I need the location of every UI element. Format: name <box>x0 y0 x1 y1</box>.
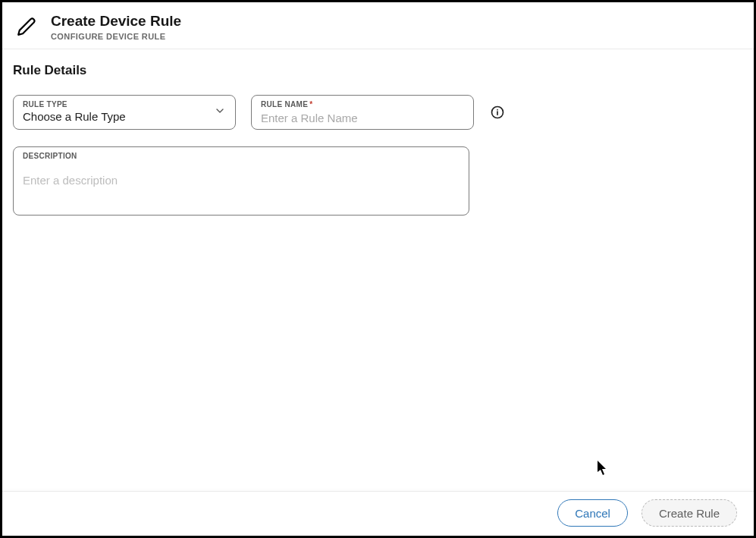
header: Create Device Rule CONFIGURE DEVICE RULE <box>2 2 754 49</box>
chevron-down-icon <box>214 105 226 120</box>
rule-name-label: RULE NAME* <box>261 100 312 109</box>
dialog-frame: Create Device Rule CONFIGURE DEVICE RULE… <box>0 0 756 538</box>
rule-type-label: RULE TYPE <box>23 100 67 109</box>
create-rule-button[interactable]: Create Rule <box>642 499 737 527</box>
required-asterisk: * <box>309 100 312 109</box>
page-subtitle: CONFIGURE DEVICE RULE <box>51 32 181 41</box>
section-title: Rule Details <box>13 63 743 78</box>
description-input[interactable] <box>23 174 460 204</box>
row-1: RULE TYPE Choose a Rule Type RULE NAME* <box>13 95 743 130</box>
rule-type-select[interactable]: RULE TYPE Choose a Rule Type <box>13 95 236 130</box>
pencil-icon <box>16 16 37 37</box>
cancel-button[interactable]: Cancel <box>557 499 628 527</box>
rule-name-field[interactable]: RULE NAME* <box>251 95 474 130</box>
form-body: Rule Details RULE TYPE Choose a Rule Typ… <box>2 49 754 491</box>
svg-point-2 <box>497 109 498 111</box>
rule-name-input[interactable] <box>261 112 464 124</box>
description-field[interactable]: DESCRIPTION <box>13 146 469 216</box>
footer: Cancel Create Rule <box>2 491 754 536</box>
info-icon[interactable] <box>489 104 506 121</box>
rule-name-label-text: RULE NAME <box>261 100 308 109</box>
description-label: DESCRIPTION <box>23 152 460 160</box>
rule-type-value: Choose a Rule Type <box>23 110 126 123</box>
page-title: Create Device Rule <box>51 13 181 30</box>
